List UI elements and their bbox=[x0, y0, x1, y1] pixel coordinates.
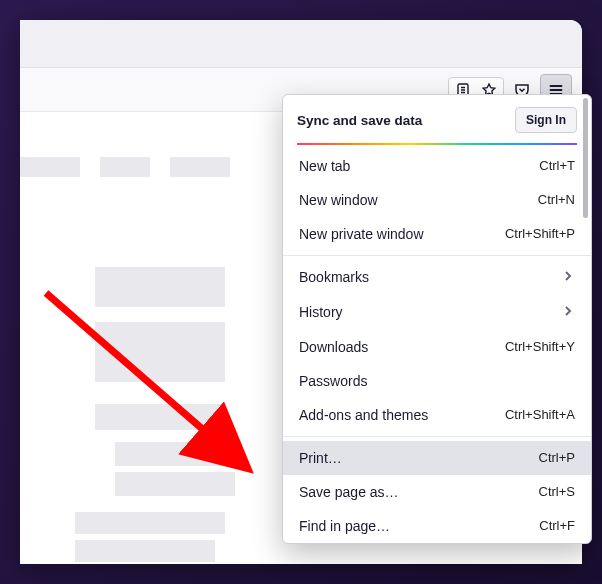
menu-shortcut: Ctrl+Shift+Y bbox=[505, 339, 575, 354]
menu-item-new-tab[interactable]: New tab Ctrl+T bbox=[283, 149, 591, 183]
menu-shortcut: Ctrl+F bbox=[539, 518, 575, 533]
menu-label: Passwords bbox=[299, 373, 367, 389]
blurred-content bbox=[75, 540, 215, 562]
menu-shortcut: Ctrl+Shift+P bbox=[505, 226, 575, 241]
menu-separator bbox=[283, 255, 591, 256]
app-menu-panel: Sync and save data Sign In New tab Ctrl+… bbox=[282, 94, 592, 544]
menu-label: New window bbox=[299, 192, 378, 208]
blurred-content bbox=[95, 404, 225, 430]
menu-item-new-private-window[interactable]: New private window Ctrl+Shift+P bbox=[283, 217, 591, 251]
menu-item-new-window[interactable]: New window Ctrl+N bbox=[283, 183, 591, 217]
blurred-content bbox=[100, 157, 150, 177]
menu-item-save-as[interactable]: Save page as… Ctrl+S bbox=[283, 475, 591, 509]
blurred-content bbox=[170, 157, 230, 177]
blurred-content bbox=[115, 472, 235, 496]
rainbow-divider bbox=[297, 143, 577, 145]
menu-shortcut: Ctrl+N bbox=[538, 192, 575, 207]
menu-item-passwords[interactable]: Passwords bbox=[283, 364, 591, 398]
chevron-right-icon bbox=[561, 304, 575, 321]
menu-label: New private window bbox=[299, 226, 424, 242]
menu-shortcut: Ctrl+Shift+A bbox=[505, 407, 575, 422]
menu-item-addons[interactable]: Add-ons and themes Ctrl+Shift+A bbox=[283, 398, 591, 432]
tab-strip bbox=[20, 20, 582, 68]
menu-label: Find in page… bbox=[299, 518, 390, 534]
menu-label: Print… bbox=[299, 450, 342, 466]
menu-label: New tab bbox=[299, 158, 350, 174]
sign-in-button[interactable]: Sign In bbox=[515, 107, 577, 133]
menu-label: Save page as… bbox=[299, 484, 399, 500]
menu-item-downloads[interactable]: Downloads Ctrl+Shift+Y bbox=[283, 330, 591, 364]
menu-label: Add-ons and themes bbox=[299, 407, 428, 423]
sync-row: Sync and save data Sign In bbox=[283, 95, 591, 143]
blurred-content bbox=[95, 267, 225, 307]
menu-item-history[interactable]: History bbox=[283, 295, 591, 330]
menu-shortcut: Ctrl+P bbox=[539, 450, 575, 465]
blurred-content bbox=[75, 512, 225, 534]
menu-label: History bbox=[299, 304, 343, 320]
blurred-content bbox=[20, 157, 80, 177]
menu-item-find[interactable]: Find in page… Ctrl+F bbox=[283, 509, 591, 543]
blurred-content bbox=[115, 442, 235, 466]
menu-label: Downloads bbox=[299, 339, 368, 355]
menu-shortcut: Ctrl+T bbox=[539, 158, 575, 173]
menu-scrollbar[interactable] bbox=[583, 98, 588, 218]
menu-shortcut: Ctrl+S bbox=[539, 484, 575, 499]
menu-separator bbox=[283, 436, 591, 437]
chevron-right-icon bbox=[561, 269, 575, 286]
menu-item-bookmarks[interactable]: Bookmarks bbox=[283, 260, 591, 295]
sync-title: Sync and save data bbox=[297, 113, 422, 128]
menu-item-print[interactable]: Print… Ctrl+P bbox=[283, 441, 591, 475]
menu-label: Bookmarks bbox=[299, 269, 369, 285]
blurred-content bbox=[95, 322, 225, 382]
